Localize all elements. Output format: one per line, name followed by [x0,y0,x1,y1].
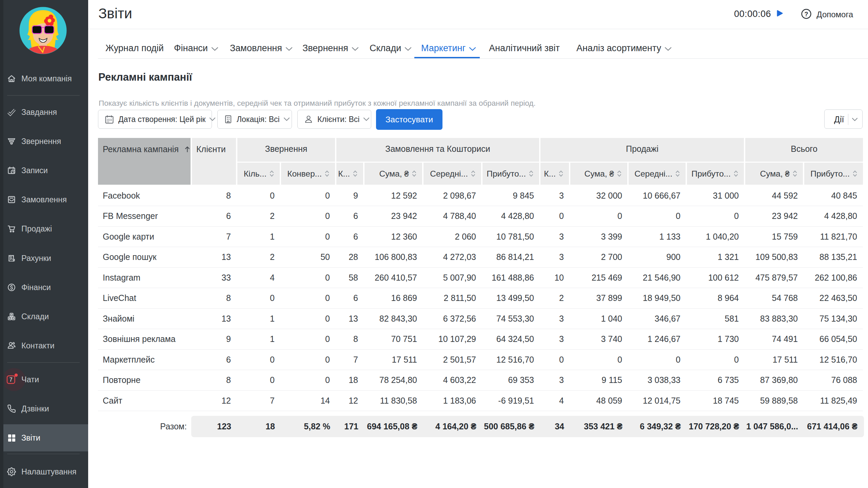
svg-text:?: ? [805,11,808,18]
svg-text:7: 7 [9,377,13,383]
